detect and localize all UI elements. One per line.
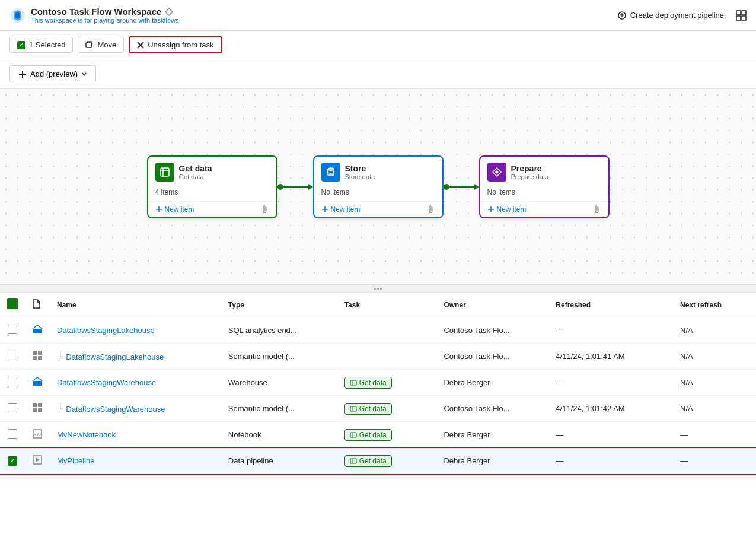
x-icon: [137, 42, 144, 49]
get-data-new-item[interactable]: New item: [155, 205, 194, 214]
row-task-cell: Get data: [337, 448, 437, 474]
plus-icon: [18, 70, 27, 78]
row-checkbox-unchecked[interactable]: [8, 377, 17, 386]
row-owner: Debra Berger: [444, 378, 490, 387]
resize-handle[interactable]: [0, 285, 756, 293]
select-all-checkbox[interactable]: [7, 298, 18, 309]
table-body: DataflowsStagingLakehouseSQL analytics e…: [0, 317, 756, 474]
row-owner: Debra Berger: [444, 430, 490, 439]
get-data-footer[interactable]: New item: [148, 201, 276, 217]
table-row[interactable]: └DataflowsStagingLakehouseSemantic model…: [0, 344, 756, 370]
get-data-card-header: Get data Get data: [148, 157, 276, 185]
row-next-refresh: N/A: [680, 378, 693, 387]
row-type-icon: [32, 328, 43, 336]
th-type[interactable]: Type: [221, 293, 337, 317]
row-checkbox-cell[interactable]: ✓: [0, 448, 25, 474]
move-button[interactable]: Move: [78, 37, 124, 53]
store-new-item[interactable]: New item: [321, 205, 361, 214]
row-type-text: Data pipeline: [228, 456, 273, 465]
row-checkbox-cell[interactable]: [0, 370, 25, 396]
th-icon: [25, 293, 50, 317]
get-data-card[interactable]: Get data Get data 4 items New item: [147, 155, 277, 218]
row-task-cell: [337, 317, 437, 344]
clip-icon-2[interactable]: [427, 205, 435, 214]
svg-rect-26: [38, 351, 42, 355]
plus-small-icon: [155, 206, 162, 213]
prepare-items: No items: [487, 188, 515, 196]
header-title-block: Contoso Task Flow Workspace This workspa…: [31, 7, 178, 24]
task-badge-icon: [350, 406, 357, 412]
connector-line-2: [449, 186, 474, 188]
table-row[interactable]: DataflowsStagingLakehouseSQL analytics e…: [0, 317, 756, 344]
row-checkbox-unchecked[interactable]: [8, 403, 17, 412]
table-row[interactable]: └DataflowsStagingWarehouseSemantic model…: [0, 396, 756, 422]
th-next-label: Next refresh: [680, 301, 722, 309]
clip-icon[interactable]: [261, 205, 269, 214]
create-pipeline-label: Create deployment pipeline: [630, 11, 724, 20]
row-checkbox-unchecked[interactable]: [8, 351, 17, 360]
row-name-cell: └DataflowsStagingWarehouse: [50, 396, 221, 422]
connector-arrow-1: [308, 184, 313, 190]
prepare-icon: [487, 163, 506, 182]
deployment-icon: [617, 11, 627, 20]
row-icon-cell: [25, 448, 50, 474]
row-name-cell: DataflowsStagingWarehouse: [50, 370, 221, 396]
task-badge: Get data: [344, 403, 392, 415]
task-badge-icon: [350, 380, 357, 386]
prepare-card[interactable]: Prepare Prepare data No items New item: [479, 155, 610, 218]
task-flow-canvas[interactable]: Get data Get data 4 items New item: [0, 89, 756, 285]
svg-rect-29: [33, 381, 42, 386]
svg-rect-6: [736, 16, 741, 20]
svg-rect-35: [38, 408, 42, 412]
th-refreshed[interactable]: Refreshed: [548, 293, 673, 317]
row-name-cell: MyPipeline: [50, 448, 221, 474]
table-row[interactable]: ✓ MyPipelineData pipeline Get data Debra…: [0, 448, 756, 474]
clip-icon-3[interactable]: [593, 205, 601, 214]
row-name: DataflowsStagingLakehouse: [57, 326, 155, 335]
create-pipeline-button[interactable]: Create deployment pipeline: [613, 8, 729, 23]
prepare-footer[interactable]: New item: [480, 201, 608, 217]
row-type-cell: Data pipeline: [221, 448, 337, 474]
th-name[interactable]: Name: [50, 293, 221, 317]
row-checkbox-unchecked[interactable]: [8, 429, 17, 439]
th-task[interactable]: Task: [337, 293, 437, 317]
selected-button[interactable]: ✓ 1 Selected: [9, 37, 73, 53]
table-row[interactable]: </> MyNewNotebookNotebook Get data Debra…: [0, 422, 756, 448]
row-checkbox-cell[interactable]: [0, 396, 25, 422]
row-checkbox-cell[interactable]: [0, 317, 25, 344]
store-card[interactable]: Store Store data No items New item: [313, 155, 444, 218]
prepare-new-item[interactable]: New item: [487, 205, 527, 214]
row-refreshed: —: [556, 378, 563, 387]
connector-arrow-2: [474, 184, 479, 190]
task-badge-icon: [350, 432, 357, 438]
th-next-refresh[interactable]: Next refresh: [673, 293, 756, 317]
grid-icon[interactable]: [736, 10, 747, 21]
row-icon-cell: [25, 370, 50, 396]
row-checkbox-checked[interactable]: ✓: [8, 456, 17, 466]
action-bar: Add (preview): [0, 59, 756, 89]
add-label: Add (preview): [30, 69, 78, 78]
row-name: DataflowsStagingWarehouse: [66, 405, 165, 414]
plus-small-icon-3: [487, 206, 495, 213]
row-type-cell: SQL analytics end...: [221, 317, 337, 344]
store-footer[interactable]: New item: [314, 201, 442, 217]
th-refreshed-label: Refreshed: [556, 301, 591, 309]
row-checkbox-unchecked[interactable]: [8, 325, 17, 334]
th-name-label: Name: [57, 301, 76, 309]
add-button[interactable]: Add (preview): [9, 65, 96, 82]
row-owner: Contoso Task Flo...: [444, 352, 509, 361]
store-subtitle: Store data: [345, 173, 375, 180]
row-icon-cell: [25, 396, 50, 422]
th-select-all[interactable]: [0, 293, 25, 317]
unassign-button[interactable]: Unassign from task: [129, 36, 222, 53]
row-checkbox-cell[interactable]: [0, 344, 25, 370]
row-next-refresh-cell: —: [673, 448, 756, 474]
selected-label: 1 Selected: [29, 40, 65, 49]
th-owner[interactable]: Owner: [436, 293, 548, 317]
row-task-cell: Get data: [337, 396, 437, 422]
header-left: Contoso Task Flow Workspace This workspa…: [9, 7, 178, 24]
table-row[interactable]: DataflowsStagingWarehouseWarehouse Get d…: [0, 370, 756, 396]
svg-rect-5: [742, 11, 746, 15]
row-owner-cell: Contoso Task Flo...: [436, 317, 548, 344]
row-checkbox-cell[interactable]: [0, 422, 25, 448]
